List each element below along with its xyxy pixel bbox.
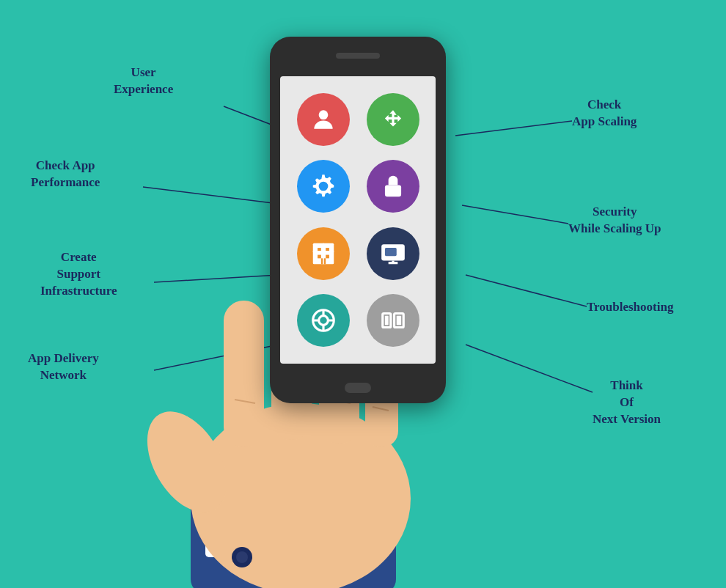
phone-body [270,37,446,403]
scaling-icon-circle [367,93,419,146]
user-icon [309,106,337,133]
phone-screen [280,76,436,364]
arrows-icon [379,106,407,133]
lock-icon [379,172,407,200]
monitor-icon-circle [367,227,419,280]
label-check-app-performance: Check AppPerformance [31,158,100,191]
network-icon-circle [297,294,350,347]
version-icon [379,306,407,334]
svg-rect-12 [224,301,264,447]
building-icon-circle [297,227,350,280]
svg-point-22 [318,110,328,120]
label-check-app-scaling: CheckApp Scaling [572,97,637,131]
icon-grid [280,76,436,364]
svg-point-21 [236,551,248,563]
label-think-of-next-version: ThinkOfNext Version [593,378,661,428]
svg-rect-29 [326,254,329,258]
label-security-while-scaling: SecurityWhile Scaling Up [568,204,661,238]
building-icon [309,240,337,268]
monitor-icon [379,240,407,268]
phone-speaker [336,53,380,59]
svg-point-37 [398,249,402,253]
svg-rect-46 [384,316,388,326]
label-user-experience: UserExperience [114,65,173,98]
network-icon [309,306,337,334]
user-icon-circle [297,93,350,146]
version-icon-circle [367,294,419,347]
svg-point-24 [391,189,395,193]
label-app-delivery-network: App DeliveryNetwork [28,350,99,384]
gear-icon [309,172,337,200]
svg-point-39 [318,316,328,326]
svg-rect-28 [318,254,321,258]
label-troubleshooting: Troubleshooting [587,299,673,316]
label-create-support-infrastructure: CreateSupportInfrastructure [40,249,117,300]
phone-home-button [345,383,371,393]
svg-rect-36 [384,248,396,256]
svg-rect-47 [396,316,400,326]
lock-icon-circle [367,160,419,213]
gear-icon-circle [297,160,350,213]
